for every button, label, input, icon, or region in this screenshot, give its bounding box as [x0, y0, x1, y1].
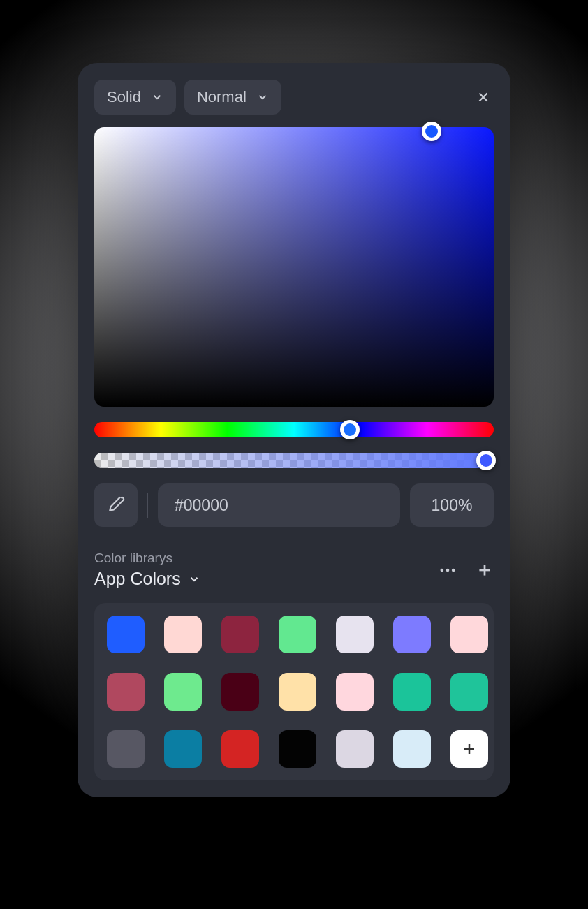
- blend-mode-label: Normal: [197, 88, 247, 106]
- hex-input[interactable]: #00000: [158, 483, 400, 527]
- svg-point-4: [452, 569, 455, 572]
- color-swatch[interactable]: [279, 616, 316, 653]
- fill-type-dropdown[interactable]: Solid: [94, 80, 176, 115]
- color-swatch[interactable]: [221, 730, 259, 768]
- color-swatch[interactable]: [336, 616, 374, 653]
- library-dropdown[interactable]: App Colors: [94, 569, 438, 589]
- library-header: Color librarys App Colors: [94, 551, 494, 589]
- svg-point-3: [446, 569, 450, 572]
- plus-icon: [461, 741, 478, 757]
- fill-type-label: Solid: [107, 88, 141, 106]
- svg-point-2: [441, 569, 444, 572]
- library-add-button[interactable]: [476, 561, 494, 579]
- chevron-down-icon: [188, 573, 200, 586]
- divider: [147, 493, 148, 518]
- swatch-grid: [107, 616, 481, 768]
- alpha-handle[interactable]: [476, 451, 496, 470]
- color-swatch[interactable]: [221, 616, 259, 653]
- color-swatch[interactable]: [221, 673, 259, 711]
- hex-value: #00000: [175, 496, 228, 515]
- swatch-block: [94, 603, 494, 780]
- color-swatch[interactable]: [107, 616, 145, 653]
- color-swatch[interactable]: [279, 673, 316, 711]
- color-swatch[interactable]: [336, 673, 374, 711]
- input-row: #00000 100%: [94, 483, 494, 527]
- library-name: App Colors: [94, 569, 181, 589]
- color-swatch[interactable]: [450, 673, 488, 711]
- color-swatch[interactable]: [393, 730, 431, 768]
- color-swatch[interactable]: [336, 730, 374, 768]
- alpha-slider[interactable]: [94, 453, 494, 468]
- color-swatch[interactable]: [393, 616, 431, 653]
- chevron-down-icon: [151, 91, 163, 103]
- color-swatch[interactable]: [393, 673, 431, 711]
- color-swatch[interactable]: [107, 730, 145, 768]
- opacity-value: 100%: [432, 496, 473, 515]
- plus-icon: [476, 561, 494, 579]
- library-more-button[interactable]: [438, 560, 457, 580]
- library-section-label: Color librarys: [94, 551, 438, 566]
- color-swatch[interactable]: [164, 730, 202, 768]
- blend-mode-dropdown[interactable]: Normal: [184, 80, 281, 115]
- chevron-down-icon: [256, 91, 269, 103]
- topbar: Solid Normal: [94, 80, 494, 115]
- color-swatch[interactable]: [279, 730, 316, 768]
- eyedropper-icon: [107, 496, 125, 514]
- hue-handle[interactable]: [340, 420, 360, 439]
- opacity-input[interactable]: 100%: [410, 483, 494, 527]
- close-button[interactable]: [473, 87, 494, 108]
- color-swatch[interactable]: [450, 616, 488, 653]
- color-picker-panel: Solid Normal #00000 100% Col: [78, 63, 510, 797]
- color-swatch[interactable]: [107, 673, 145, 711]
- more-horizontal-icon: [438, 560, 457, 580]
- sv-handle[interactable]: [422, 122, 441, 141]
- close-icon: [476, 89, 491, 105]
- color-swatch[interactable]: [164, 616, 202, 653]
- color-swatch[interactable]: [164, 673, 202, 711]
- eyedropper-button[interactable]: [94, 483, 138, 527]
- add-swatch-button[interactable]: [450, 730, 488, 768]
- saturation-value-area[interactable]: [94, 127, 494, 407]
- hue-slider[interactable]: [94, 422, 494, 437]
